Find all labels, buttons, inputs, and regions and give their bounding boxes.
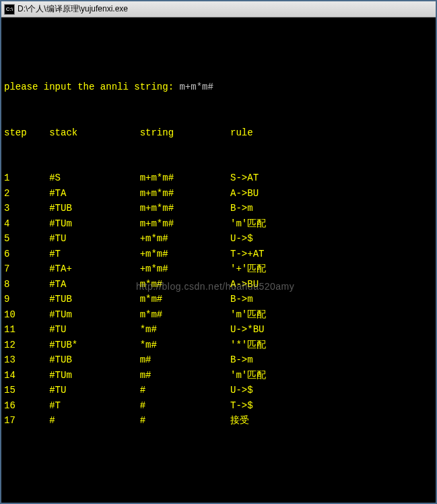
blank-line <box>4 459 433 474</box>
table-row: 14 #TUm m# 'm'匹配 <box>4 368 433 383</box>
table-row: 13 #TUB m# B->m <box>4 352 433 368</box>
prompt-line: please input the annli string: m+m*m# <box>4 80 433 95</box>
table-row: 15 #TU # U->$ <box>4 383 433 398</box>
titlebar[interactable]: C:\ D:\个人\编译原理\yujufenxi.exe <box>1 1 436 18</box>
table-row: 3 #TUB m+m*m# B->m <box>4 201 433 216</box>
table-row: 11 #TU *m# U->*BU <box>4 322 433 338</box>
table-row: 17 # # 接受 <box>4 413 433 429</box>
table-header: step stack string rule <box>4 125 433 141</box>
table-row: 6 #T +m*m# T->+AT <box>4 247 433 262</box>
terminal-output[interactable]: http://blog.csdn.net/huahua520amy please… <box>1 18 436 503</box>
table-row: 5 #TU +m*m# U->$ <box>4 231 433 247</box>
table-row: 8 #TA m*m# A->BU <box>4 277 433 292</box>
user-input: m+m*m# <box>179 82 213 92</box>
table-row: 10 #TUm m*m# 'm'匹配 <box>4 307 433 323</box>
table-row: 1 #S m+m*m# S->AT <box>4 170 433 186</box>
table-row: 12 #TUB* *m# '*'匹配 <box>4 338 433 353</box>
table-row: 2 #TA m+m*m# A->BU <box>4 186 433 201</box>
window-title: D:\个人\编译原理\yujufenxi.exe <box>18 3 128 15</box>
app-icon: C:\ <box>4 4 15 15</box>
table-row: 7 #TA+ +m*m# '+'匹配 <box>4 261 433 277</box>
table-row: 9 #TUB m*m# B->m <box>4 292 433 307</box>
table-row: 4 #TUm m+m*m# 'm'匹配 <box>4 216 433 232</box>
console-window: C:\ D:\个人\编译原理\yujufenxi.exe http://blog… <box>0 0 437 504</box>
table-row: 16 #T # T->$ <box>4 398 433 414</box>
